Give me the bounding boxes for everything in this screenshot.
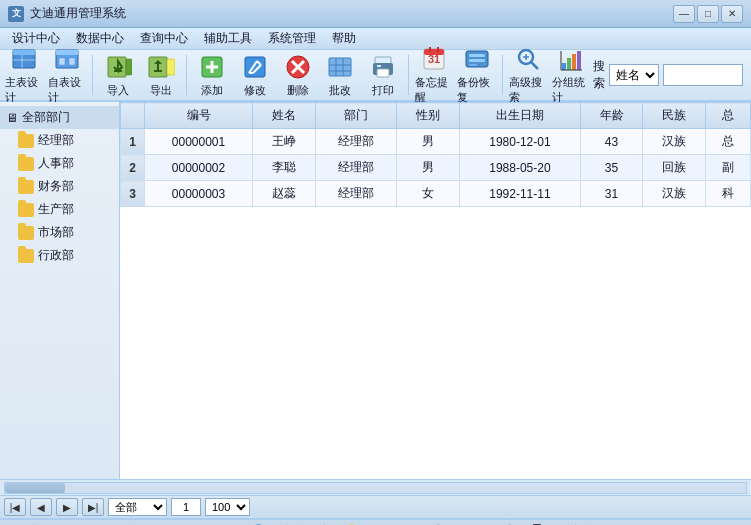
col-name[interactable]: 姓名 [253,103,316,129]
col-gender[interactable]: 性别 [397,103,460,129]
nav-bar: |◀ ◀ ▶ ▶| 全部 当前页 100 50 200 [0,495,751,519]
cell-ethnicity-2: 回族 [643,155,706,181]
nav-last-button[interactable]: ▶| [82,498,104,516]
status-bar: [经理部] 记录总数 3 条，共 1 页，当前是第 1 页 👤 用户: 办公室 … [0,519,751,525]
col-age[interactable]: 年龄 [580,103,643,129]
tree-item-dept-4[interactable]: 生产部 [0,198,119,221]
cell-name-1: 王峥 [253,129,316,155]
menu-query-center[interactable]: 查询中心 [132,28,196,49]
search-input[interactable] [663,64,743,86]
row-num-2: 2 [121,155,145,181]
svg-rect-6 [59,58,65,65]
stats-icon [557,45,585,73]
col-dept[interactable]: 部门 [315,103,396,129]
cell-id-1: 00000001 [145,129,253,155]
folder-icon-1 [18,134,34,148]
col-birth[interactable]: 出生日期 [460,103,580,129]
tree-item-dept-5[interactable]: 市场部 [0,221,119,244]
search-label: 搜索 [593,58,605,92]
btn-add[interactable]: 添加 [192,52,233,98]
reminder-icon: 31 [420,45,448,73]
col-id[interactable]: 编号 [145,103,253,129]
svg-rect-7 [69,58,75,65]
title-bar: 文 文迪通用管理系统 — □ ✕ [0,0,751,28]
btn-main-design[interactable]: 主表设计 [4,52,45,98]
tree-panel: 🖥 全部部门 经理部 人事部 财务部 生产部 市场部 行政部 [0,102,120,479]
table-row[interactable]: 1 00000001 王峥 经理部 男 1980-12-01 43 汉族 总 [121,129,751,155]
btn-edit-label: 修改 [244,83,266,98]
toolbar: 主表设计 自表设计 导入 [0,50,751,102]
folder-icon-2 [18,157,34,171]
nav-prev-button[interactable]: ◀ [30,498,52,516]
btn-edit[interactable]: 修改 [235,52,276,98]
table-area[interactable]: 编号 姓名 部门 性别 出生日期 年龄 民族 总 1 00000001 王峥 经… [120,102,751,479]
svg-rect-13 [126,59,132,75]
btn-export[interactable]: 导出 [141,52,182,98]
nav-next-button[interactable]: ▶ [56,498,78,516]
cell-id-3: 00000003 [145,181,253,207]
tree-root-all-dept[interactable]: 🖥 全部部门 [0,106,119,129]
btn-backup[interactable]: 备份恢复 [456,52,497,98]
separator-3 [408,55,409,95]
cell-gender-3: 女 [397,181,460,207]
tree-item-label-5: 市场部 [38,224,74,241]
btn-import[interactable]: 导入 [98,52,139,98]
tree-item-dept-3[interactable]: 财务部 [0,175,119,198]
import-icon [104,53,132,81]
main-content: 🖥 全部部门 经理部 人事部 财务部 生产部 市场部 行政部 [0,102,751,479]
nav-scope-select[interactable]: 全部 当前页 [108,498,167,516]
menu-tools[interactable]: 辅助工具 [196,28,260,49]
btn-self-design[interactable]: 自表设计 [47,52,88,98]
cell-age-2: 35 [580,155,643,181]
nav-first-button[interactable]: |◀ [4,498,26,516]
tree-item-dept-6[interactable]: 行政部 [0,244,119,267]
cell-age-1: 43 [580,129,643,155]
svg-rect-5 [56,50,78,55]
svg-rect-53 [567,58,571,70]
tree-item-dept-1[interactable]: 经理部 [0,129,119,152]
minimize-button[interactable]: — [673,5,695,23]
cell-birth-2: 1988-05-20 [460,155,580,181]
main-design-icon [10,45,38,73]
tree-item-dept-2[interactable]: 人事部 [0,152,119,175]
separator-2 [186,55,187,95]
scroll-thumb[interactable] [5,483,65,493]
btn-stats[interactable]: 分组统计 [551,52,592,98]
tree-item-label-3: 财务部 [38,178,74,195]
col-ethnicity[interactable]: 民族 [643,103,706,129]
close-button[interactable]: ✕ [721,5,743,23]
svg-rect-45 [469,54,485,57]
tree-root-label: 全部部门 [22,109,70,126]
svg-rect-41 [424,49,444,55]
btn-batch[interactable]: 批改 [320,52,361,98]
search-field-select[interactable]: 姓名 编号 部门 [609,64,659,86]
svg-rect-54 [572,54,576,70]
data-table: 编号 姓名 部门 性别 出生日期 年龄 民族 总 1 00000001 王峥 经… [120,102,751,207]
menu-help[interactable]: 帮助 [324,28,364,49]
self-design-icon [53,45,81,73]
tree-item-label-1: 经理部 [38,132,74,149]
table-row[interactable]: 3 00000003 赵蕊 经理部 女 1992-11-11 31 汉族 科 [121,181,751,207]
btn-adv-search[interactable]: 高级搜索 [508,52,549,98]
table-row[interactable]: 2 00000002 李聪 经理部 男 1988-05-20 35 回族 副 [121,155,751,181]
scroll-track[interactable] [4,482,747,494]
col-extra[interactable]: 总 [706,103,751,129]
cell-birth-1: 1980-12-01 [460,129,580,155]
cell-gender-1: 男 [397,129,460,155]
maximize-button[interactable]: □ [697,5,719,23]
svg-rect-38 [377,65,381,67]
cell-ethnicity-3: 汉族 [643,181,706,207]
btn-self-design-label: 自表设计 [48,75,87,105]
folder-icon-5 [18,226,34,240]
btn-reminder[interactable]: 31 备忘提醒 [414,52,455,98]
btn-main-design-label: 主表设计 [5,75,44,105]
nav-pagesize-select[interactable]: 100 50 200 [205,498,250,516]
btn-print[interactable]: 打印 [362,52,403,98]
btn-stats-label: 分组统计 [552,75,591,105]
window-controls: — □ ✕ [673,5,743,23]
horizontal-scrollbar[interactable] [0,479,751,495]
menu-system[interactable]: 系统管理 [260,28,324,49]
btn-delete-label: 删除 [287,83,309,98]
btn-delete[interactable]: 删除 [277,52,318,98]
nav-page-input[interactable] [171,498,201,516]
